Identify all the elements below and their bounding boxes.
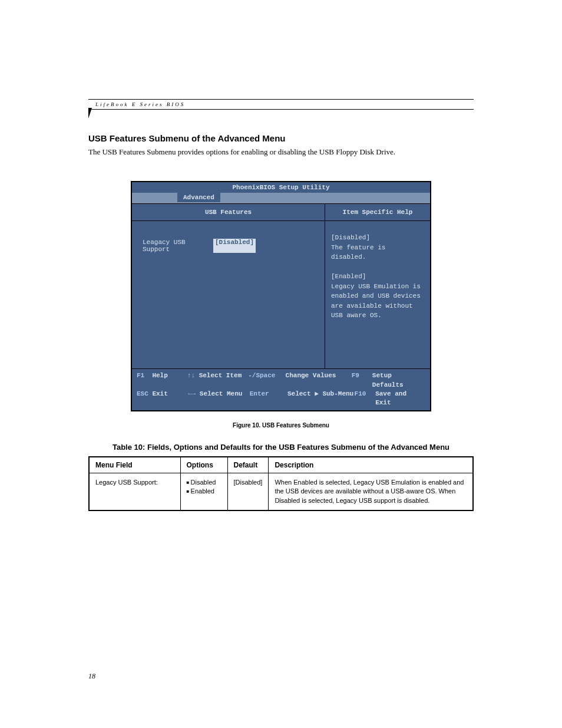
bios-right-header: Item Specific Help [325,204,430,221]
th-default: Default [227,457,269,473]
bios-setting-row: Leagacy USB Support [Disabled] [143,239,314,253]
td-description: When Enabled is selected, Legacy USB Emu… [269,473,473,510]
help-disabled-title: [Disabled] [331,233,424,243]
table-row: Legacy USB Support: Disabled Enabled [Di… [89,473,473,510]
fields-table: Menu Field Options Default Description L… [88,456,474,511]
bios-utility-title: PhoenixBIOS Setup Utility [132,182,430,193]
help-disabled-text: The feature is disabled. [331,243,424,262]
table-title: Table 10: Fields, Options and Defaults f… [88,443,474,452]
td-options: Disabled Enabled [180,473,227,510]
option-item: Enabled [187,487,222,496]
page-number: 18 [88,672,95,681]
bios-setting-value: [Disabled] [213,239,256,253]
section-description: The USB Features Submenu provides option… [88,147,474,157]
bios-setting-label: Leagacy USB Support [143,239,213,253]
header-notch-icon [88,108,92,118]
help-enabled-title: [Enabled] [331,272,424,282]
bios-tab-advanced: Advanced [177,193,220,202]
bios-help-content: [Disabled] The feature is disabled. [Ena… [325,221,430,368]
section-title: USB Features Submenu of the Advanced Men… [88,133,474,143]
td-menu-field: Legacy USB Support: [89,473,180,510]
th-description: Description [269,457,473,473]
figure-caption: Figure 10. USB Features Submenu [88,422,474,429]
running-title: LifeBook E Series BIOS [95,101,185,107]
th-options: Options [180,457,227,473]
bios-tab-bar: Advanced [132,193,430,203]
option-item: Disabled [187,478,222,487]
running-header: LifeBook E Series BIOS [88,99,474,110]
bios-left-header: USB Features [132,204,325,221]
bios-screenshot: PhoenixBIOS Setup Utility Advanced USB F… [131,181,431,411]
bios-footer: F1 Help ↑↓ Select Item -/Space Change Va… [132,368,430,410]
td-default: [Disabled] [227,473,269,510]
th-menu-field: Menu Field [89,457,180,473]
help-enabled-text: Legacy USB Emulation is enabled and USB … [331,282,424,321]
